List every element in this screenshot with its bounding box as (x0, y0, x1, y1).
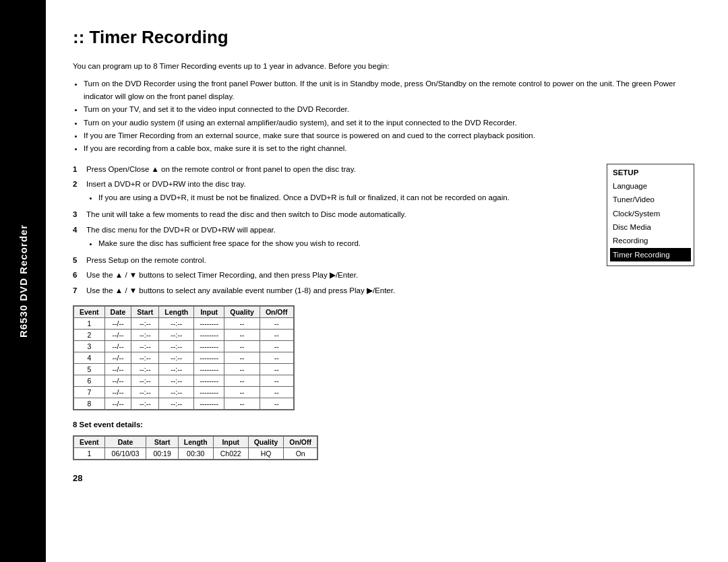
step-6: 6 Use the ▲ / ▼ buttons to select Timer … (73, 270, 593, 281)
table-row: 2--/----:----:-------------- (74, 329, 294, 340)
step-content-2: Insert a DVD+R or DVD+RW into the disc t… (86, 179, 593, 206)
nav-box-item: Recording (613, 234, 688, 247)
table-cell: --/-- (104, 398, 131, 409)
sub-bullet-item: Make sure the disc has sufficient free s… (98, 238, 593, 249)
table-cell: 3 (74, 340, 105, 352)
table-cell: -- (260, 363, 293, 375)
numbered-steps: 1 Press Open/Close ▲ on the remote contr… (73, 164, 593, 296)
table-cell: -------- (194, 363, 224, 375)
table-cell: --:-- (159, 340, 194, 352)
step-num-1: 1 (73, 164, 82, 175)
table-cell: --:-- (131, 329, 159, 340)
step-content-1: Press Open/Close ▲ on the remote control… (86, 164, 593, 175)
col-start: Start (131, 306, 159, 317)
table-cell: --/-- (104, 329, 131, 340)
detail-col-date: Date (104, 436, 146, 447)
step-2: 2 Insert a DVD+R or DVD+RW into the disc… (73, 179, 593, 206)
col-quality: Quality (224, 306, 260, 317)
table-row: 4--/----:----:-------------- (74, 352, 294, 363)
bullet-item: Turn on your TV, and set it to the video… (84, 103, 694, 115)
table-cell: 1 (74, 447, 105, 459)
bullet-item: If you are recording from a cable box, m… (84, 142, 694, 154)
step-content-7: Use the ▲ / ▼ buttons to select any avai… (86, 285, 593, 296)
table-cell: -- (224, 329, 260, 340)
table-cell: 00:30 (178, 447, 213, 459)
table-row: 106/10/0300:1900:30Ch022HQOn (74, 447, 317, 459)
table-cell: -------- (194, 352, 224, 363)
table-cell: --:-- (159, 352, 194, 363)
table-cell: --:-- (159, 386, 194, 398)
body-area: 1 Press Open/Close ▲ on the remote contr… (73, 164, 694, 542)
detail-col-length: Length (178, 436, 213, 447)
nav-box-item: Clock/System (613, 207, 688, 220)
table-cell: 6 (74, 375, 105, 386)
nav-box-item: Timer Recording (610, 248, 691, 261)
step-content-6: Use the ▲ / ▼ buttons to select Timer Re… (86, 270, 593, 281)
table-cell: --:-- (159, 329, 194, 340)
sub-bullet-2: If you are using a DVD+R, it must be not… (98, 192, 593, 204)
table-row: 5--/----:----:-------------- (74, 363, 294, 375)
detail-col-input: Input (213, 436, 248, 447)
nav-box-title: SETUP (613, 168, 688, 177)
table-cell: -- (224, 363, 260, 375)
table-cell: -- (260, 386, 293, 398)
sub-bullet-item: If you are using a DVD+R, it must be not… (98, 192, 593, 204)
detail-table-wrapper: Event Date Start Length Input Quality On… (73, 435, 318, 460)
table-cell: -- (224, 317, 260, 329)
step-num-3: 3 (73, 209, 82, 220)
main-content: :: Timer Recording You can program up to… (46, 0, 728, 562)
table-cell: 7 (74, 386, 105, 398)
step-8-label: 8 Set event details: (73, 420, 593, 429)
detail-table: Event Date Start Length Input Quality On… (73, 436, 317, 460)
sidebar: R6530 DVD Recorder (0, 0, 46, 562)
table-row: 6--/----:----:-------------- (74, 375, 294, 386)
col-length: Length (159, 306, 194, 317)
bullet-item: Turn on the DVD Recorder using the front… (84, 77, 694, 102)
sidebar-text: R6530 DVD Recorder (18, 224, 29, 338)
table-cell: --:-- (159, 317, 194, 329)
table-cell: --:-- (131, 398, 159, 409)
event-table-wrapper: Event Date Start Length Input Quality On… (73, 305, 295, 410)
steps-area: 1 Press Open/Close ▲ on the remote contr… (73, 164, 593, 542)
step-content-5: Press Setup on the remote control. (86, 255, 593, 266)
page-number: 28 (73, 473, 593, 483)
table-cell: -------- (194, 398, 224, 409)
bullet-item: Turn on your audio system (if using an e… (84, 117, 694, 129)
table-cell: -- (224, 386, 260, 398)
table-cell: -------- (194, 340, 224, 352)
table-cell: 06/10/03 (104, 447, 146, 459)
nav-box-item: Language (613, 179, 688, 193)
table-cell: --/-- (104, 317, 131, 329)
table-cell: --/-- (104, 340, 131, 352)
step-3: 3 The unit will take a few moments to re… (73, 209, 593, 220)
table-cell: On (284, 447, 317, 459)
intro-text: You can program up to 8 Timer Recording … (73, 60, 694, 72)
table-cell: --:-- (131, 386, 159, 398)
step-num-5: 5 (73, 255, 82, 266)
bullet-list: Turn on the DVD Recorder using the front… (84, 77, 694, 155)
table-cell: --:-- (159, 398, 194, 409)
table-cell: Ch022 (213, 447, 248, 459)
table-cell: -------- (194, 329, 224, 340)
sub-bullet-4: Make sure the disc has sufficient free s… (98, 238, 593, 249)
col-onoff: On/Off (260, 306, 293, 317)
table-cell: --/-- (104, 375, 131, 386)
detail-col-quality: Quality (248, 436, 284, 447)
step-content-4: The disc menu for the DVD+R or DVD+RW wi… (86, 224, 593, 252)
table-cell: 8 (74, 398, 105, 409)
detail-col-start: Start (146, 436, 178, 447)
table-cell: -------- (194, 317, 224, 329)
table-cell: -- (260, 317, 293, 329)
table-cell: -- (224, 340, 260, 352)
step-num-6: 6 (73, 270, 82, 281)
table-cell: -- (224, 398, 260, 409)
table-cell: -- (260, 340, 293, 352)
nav-box-item: Tuner/Video (613, 193, 688, 206)
detail-col-onoff: On/Off (284, 436, 317, 447)
step-1: 1 Press Open/Close ▲ on the remote contr… (73, 164, 593, 175)
table-cell: --/-- (104, 352, 131, 363)
table-cell: --:-- (131, 363, 159, 375)
table-cell: -- (260, 329, 293, 340)
table-cell: --/-- (104, 386, 131, 398)
nav-box-item: Disc Media (613, 220, 688, 234)
